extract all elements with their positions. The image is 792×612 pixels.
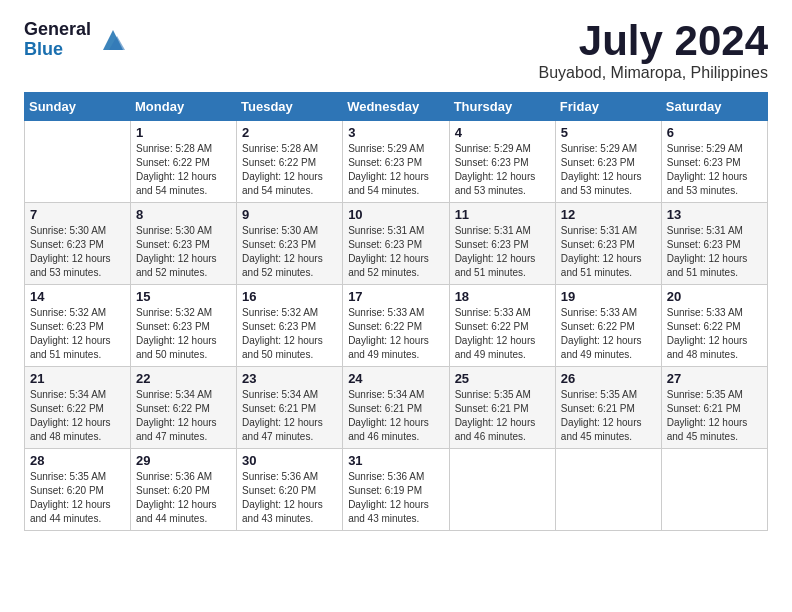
calendar-week-row: 14Sunrise: 5:32 AMSunset: 6:23 PMDayligh… <box>25 285 768 367</box>
sunset-text: Sunset: 6:23 PM <box>348 239 422 250</box>
calendar-cell: 31Sunrise: 5:36 AMSunset: 6:19 PMDayligh… <box>343 449 449 531</box>
sunrise-text: Sunrise: 5:30 AM <box>136 225 212 236</box>
daylight-text: Daylight: 12 hours and 45 minutes. <box>561 417 642 442</box>
day-info: Sunrise: 5:31 AMSunset: 6:23 PMDaylight:… <box>667 224 762 280</box>
sunset-text: Sunset: 6:21 PM <box>242 403 316 414</box>
sunset-text: Sunset: 6:23 PM <box>667 239 741 250</box>
sunrise-text: Sunrise: 5:31 AM <box>455 225 531 236</box>
daylight-text: Daylight: 12 hours and 52 minutes. <box>348 253 429 278</box>
logo-icon <box>99 26 127 54</box>
day-info: Sunrise: 5:33 AMSunset: 6:22 PMDaylight:… <box>455 306 550 362</box>
day-number: 6 <box>667 125 762 140</box>
daylight-text: Daylight: 12 hours and 52 minutes. <box>242 253 323 278</box>
daylight-text: Daylight: 12 hours and 49 minutes. <box>561 335 642 360</box>
sunrise-text: Sunrise: 5:32 AM <box>242 307 318 318</box>
sunrise-text: Sunrise: 5:28 AM <box>242 143 318 154</box>
calendar-cell: 3Sunrise: 5:29 AMSunset: 6:23 PMDaylight… <box>343 121 449 203</box>
day-info: Sunrise: 5:32 AMSunset: 6:23 PMDaylight:… <box>136 306 231 362</box>
day-info: Sunrise: 5:32 AMSunset: 6:23 PMDaylight:… <box>242 306 337 362</box>
day-number: 10 <box>348 207 443 222</box>
sunset-text: Sunset: 6:23 PM <box>455 239 529 250</box>
calendar-cell: 13Sunrise: 5:31 AMSunset: 6:23 PMDayligh… <box>661 203 767 285</box>
daylight-text: Daylight: 12 hours and 44 minutes. <box>30 499 111 524</box>
sunset-text: Sunset: 6:21 PM <box>667 403 741 414</box>
sunrise-text: Sunrise: 5:29 AM <box>561 143 637 154</box>
daylight-text: Daylight: 12 hours and 49 minutes. <box>455 335 536 360</box>
day-info: Sunrise: 5:36 AMSunset: 6:20 PMDaylight:… <box>242 470 337 526</box>
calendar-day-header: Thursday <box>449 93 555 121</box>
day-info: Sunrise: 5:35 AMSunset: 6:21 PMDaylight:… <box>561 388 656 444</box>
day-number: 16 <box>242 289 337 304</box>
sunset-text: Sunset: 6:23 PM <box>136 321 210 332</box>
calendar-cell: 10Sunrise: 5:31 AMSunset: 6:23 PMDayligh… <box>343 203 449 285</box>
calendar-cell: 20Sunrise: 5:33 AMSunset: 6:22 PMDayligh… <box>661 285 767 367</box>
daylight-text: Daylight: 12 hours and 45 minutes. <box>667 417 748 442</box>
day-number: 25 <box>455 371 550 386</box>
sunset-text: Sunset: 6:23 PM <box>136 239 210 250</box>
calendar-cell: 5Sunrise: 5:29 AMSunset: 6:23 PMDaylight… <box>555 121 661 203</box>
day-info: Sunrise: 5:32 AMSunset: 6:23 PMDaylight:… <box>30 306 125 362</box>
day-number: 11 <box>455 207 550 222</box>
calendar-cell: 29Sunrise: 5:36 AMSunset: 6:20 PMDayligh… <box>131 449 237 531</box>
sunset-text: Sunset: 6:23 PM <box>242 239 316 250</box>
day-info: Sunrise: 5:34 AMSunset: 6:22 PMDaylight:… <box>30 388 125 444</box>
calendar-cell: 18Sunrise: 5:33 AMSunset: 6:22 PMDayligh… <box>449 285 555 367</box>
day-info: Sunrise: 5:34 AMSunset: 6:22 PMDaylight:… <box>136 388 231 444</box>
day-info: Sunrise: 5:31 AMSunset: 6:23 PMDaylight:… <box>348 224 443 280</box>
day-info: Sunrise: 5:28 AMSunset: 6:22 PMDaylight:… <box>136 142 231 198</box>
sunrise-text: Sunrise: 5:33 AM <box>455 307 531 318</box>
month-year-title: July 2024 <box>539 20 768 62</box>
day-info: Sunrise: 5:33 AMSunset: 6:22 PMDaylight:… <box>561 306 656 362</box>
day-number: 21 <box>30 371 125 386</box>
logo-general: General <box>24 20 91 40</box>
sunrise-text: Sunrise: 5:29 AM <box>667 143 743 154</box>
day-number: 17 <box>348 289 443 304</box>
daylight-text: Daylight: 12 hours and 47 minutes. <box>136 417 217 442</box>
calendar-cell: 30Sunrise: 5:36 AMSunset: 6:20 PMDayligh… <box>237 449 343 531</box>
calendar-cell: 19Sunrise: 5:33 AMSunset: 6:22 PMDayligh… <box>555 285 661 367</box>
sunset-text: Sunset: 6:19 PM <box>348 485 422 496</box>
calendar-week-row: 7Sunrise: 5:30 AMSunset: 6:23 PMDaylight… <box>25 203 768 285</box>
sunrise-text: Sunrise: 5:30 AM <box>30 225 106 236</box>
sunset-text: Sunset: 6:23 PM <box>348 157 422 168</box>
day-info: Sunrise: 5:35 AMSunset: 6:20 PMDaylight:… <box>30 470 125 526</box>
calendar-cell: 12Sunrise: 5:31 AMSunset: 6:23 PMDayligh… <box>555 203 661 285</box>
calendar-week-row: 21Sunrise: 5:34 AMSunset: 6:22 PMDayligh… <box>25 367 768 449</box>
day-info: Sunrise: 5:33 AMSunset: 6:22 PMDaylight:… <box>667 306 762 362</box>
daylight-text: Daylight: 12 hours and 43 minutes. <box>348 499 429 524</box>
daylight-text: Daylight: 12 hours and 54 minutes. <box>242 171 323 196</box>
calendar-cell: 8Sunrise: 5:30 AMSunset: 6:23 PMDaylight… <box>131 203 237 285</box>
sunrise-text: Sunrise: 5:29 AM <box>455 143 531 154</box>
day-info: Sunrise: 5:29 AMSunset: 6:23 PMDaylight:… <box>667 142 762 198</box>
day-number: 13 <box>667 207 762 222</box>
sunrise-text: Sunrise: 5:30 AM <box>242 225 318 236</box>
day-number: 15 <box>136 289 231 304</box>
calendar-day-header: Saturday <box>661 93 767 121</box>
calendar-cell: 23Sunrise: 5:34 AMSunset: 6:21 PMDayligh… <box>237 367 343 449</box>
sunset-text: Sunset: 6:23 PM <box>242 321 316 332</box>
day-number: 1 <box>136 125 231 140</box>
sunrise-text: Sunrise: 5:32 AM <box>30 307 106 318</box>
sunset-text: Sunset: 6:23 PM <box>30 321 104 332</box>
daylight-text: Daylight: 12 hours and 51 minutes. <box>667 253 748 278</box>
day-number: 29 <box>136 453 231 468</box>
sunset-text: Sunset: 6:22 PM <box>455 321 529 332</box>
sunset-text: Sunset: 6:22 PM <box>30 403 104 414</box>
daylight-text: Daylight: 12 hours and 48 minutes. <box>30 417 111 442</box>
calendar-cell: 6Sunrise: 5:29 AMSunset: 6:23 PMDaylight… <box>661 121 767 203</box>
sunset-text: Sunset: 6:20 PM <box>30 485 104 496</box>
calendar-cell <box>449 449 555 531</box>
calendar-cell: 7Sunrise: 5:30 AMSunset: 6:23 PMDaylight… <box>25 203 131 285</box>
calendar-cell: 26Sunrise: 5:35 AMSunset: 6:21 PMDayligh… <box>555 367 661 449</box>
calendar-cell: 4Sunrise: 5:29 AMSunset: 6:23 PMDaylight… <box>449 121 555 203</box>
sunrise-text: Sunrise: 5:33 AM <box>561 307 637 318</box>
sunrise-text: Sunrise: 5:31 AM <box>561 225 637 236</box>
calendar-cell: 2Sunrise: 5:28 AMSunset: 6:22 PMDaylight… <box>237 121 343 203</box>
sunset-text: Sunset: 6:21 PM <box>561 403 635 414</box>
calendar-cell <box>555 449 661 531</box>
calendar-day-header: Monday <box>131 93 237 121</box>
sunset-text: Sunset: 6:23 PM <box>667 157 741 168</box>
day-number: 14 <box>30 289 125 304</box>
sunset-text: Sunset: 6:23 PM <box>561 157 635 168</box>
calendar-cell: 28Sunrise: 5:35 AMSunset: 6:20 PMDayligh… <box>25 449 131 531</box>
